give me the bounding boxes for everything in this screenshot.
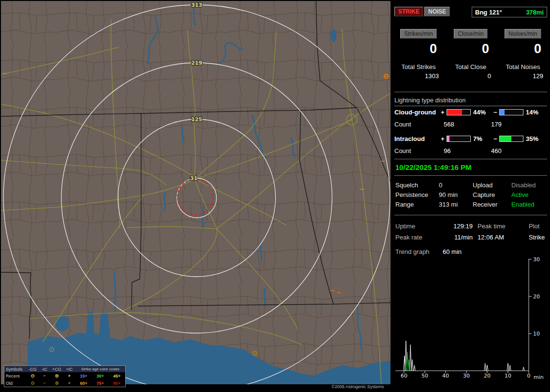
divider (394, 215, 547, 215)
trend-spike (522, 367, 524, 371)
total-strikes-value: 1303 (392, 72, 445, 80)
minus-sign: − (493, 109, 499, 116)
squelch-value: 0 (439, 182, 473, 189)
x-tick: 10 (505, 373, 511, 379)
cg-positive-bar (447, 109, 471, 115)
x-tick: 0 (527, 373, 531, 379)
trend-spike (486, 365, 488, 371)
range-ring-label: 219 (191, 60, 203, 66)
neg-cg-icon: ⊖ (27, 381, 39, 386)
current-datetime: 10/22/2025 1:49:16 PM (395, 163, 472, 171)
status-panel: STRIKE NOISE Bng 121° 378mi Strikes/min … (391, 0, 550, 392)
minus-sign: − (493, 135, 499, 142)
squelch-label: Squelch (395, 182, 439, 189)
close-per-min-value: 0 (445, 42, 497, 56)
peak-rate-value: 11/min (437, 234, 478, 241)
cloud-ground-label: Cloud-ground (394, 109, 441, 116)
trend-spike (414, 365, 416, 371)
legend-header-symbols: Symbols (4, 367, 27, 372)
intracloud-label: Intracloud (394, 135, 441, 142)
lightning-map[interactable]: 313 219 125 31 ©2005 Astrogenic Systems … (1, 1, 391, 391)
capture-label: Capture (473, 191, 511, 198)
ic-positive-bar (447, 136, 471, 142)
neg-ic-icon: − (39, 374, 50, 378)
peak-rate-label: Peak rate (395, 234, 437, 241)
x-tick: 40 (442, 373, 449, 379)
legend-header-neg-ic: -IC (39, 367, 50, 372)
upload-status: Disabled (511, 182, 549, 189)
trend-spike (410, 345, 412, 371)
cg-positive-pct: 44% (471, 109, 493, 116)
legend-header-pos-cg: +CG (50, 367, 63, 372)
persistence-value: 90 min (439, 191, 473, 198)
divider (394, 159, 547, 159)
noises-per-min-button[interactable]: Noises/min (505, 29, 541, 39)
neg-cg-icon: ⊖ (27, 374, 39, 378)
nexstorm-window: 313 219 125 31 ©2005 Astrogenic Systems … (0, 0, 550, 392)
x-tick: 20 (484, 373, 491, 379)
total-noises-value: 129 (497, 72, 549, 80)
total-close-label: Total Close (445, 63, 497, 70)
pos-ic-icon: + (63, 374, 75, 378)
range-label: Range (395, 201, 439, 208)
divider (394, 175, 547, 176)
cg-positive-bar-fill (447, 110, 462, 115)
trend-window-value: 60 min (443, 248, 462, 255)
ic-positive-pct: 7% (471, 135, 493, 142)
x-unit-label: min (534, 374, 544, 380)
cg-negative-count: 179 (491, 121, 502, 128)
trend-spike (484, 364, 486, 371)
ic-negative-pct: 35% (523, 135, 546, 142)
peak-time-value: 12:06 AM (478, 234, 529, 241)
range-ring-label: 31 (190, 175, 197, 182)
plus-sign: + (441, 109, 447, 116)
distribution-title: Lightning type distribution (394, 97, 547, 106)
strikes-per-min-value: 0 (392, 42, 445, 56)
divider (394, 92, 547, 92)
trend-graph-label: Trend graph (395, 248, 443, 255)
pos-cg-icon: ⊕ (50, 374, 63, 378)
legend-age-title: Strike age color codes (75, 367, 125, 371)
range-value: 313 mi (439, 201, 473, 208)
persistence-label: Persistence (395, 191, 439, 198)
cg-negative-bar (499, 109, 523, 115)
y-tick: 10 (533, 331, 540, 337)
total-strikes-label: Total Strikes (392, 63, 445, 70)
age-75: 75+ (92, 381, 108, 386)
trend-axes (395, 259, 529, 371)
ic-negative-bar-fill (500, 136, 511, 141)
strike-legend: Symbols -CG -IC +CG +IC Strike age color… (4, 365, 126, 387)
range-ring-label: 125 (191, 116, 203, 123)
peak-time-label: Peak time (478, 223, 529, 230)
total-noises-label: Total Noises (497, 63, 549, 70)
upload-label: Upload (473, 182, 511, 189)
cg-negative-pct: 14% (523, 109, 546, 116)
neg-ic-icon: − (39, 381, 50, 386)
strike-mode-button[interactable]: STRIKE (394, 7, 423, 16)
strikes-per-min-button[interactable]: Strikes/min (400, 29, 436, 39)
age-30: 30+ (92, 374, 108, 378)
range-ring-label: 313 (191, 2, 203, 8)
plot-value: Strike (529, 234, 549, 241)
uptime-label: Uptime (395, 223, 437, 230)
y-tick: 20 (533, 294, 540, 300)
ic-negative-bar (499, 136, 523, 142)
x-tick: 60 (401, 373, 407, 379)
noise-mode-button[interactable]: NOISE (424, 7, 450, 16)
age-60: 60+ (75, 381, 92, 386)
bearing-range-value: 378mi (526, 9, 544, 16)
pos-cg-icon: ⊕ (50, 381, 63, 386)
close-per-min-button[interactable]: Close/min (454, 29, 487, 39)
cg-negative-bar-fill (500, 110, 505, 115)
bearing-display: Bng 121° 378mi (472, 7, 547, 17)
y-tick: 30 (533, 256, 540, 263)
age-45: 45+ (109, 374, 125, 378)
age-15: 15+ (75, 374, 92, 378)
legend-header-pos-ic: +IC (63, 367, 75, 372)
x-tick: 50 (421, 373, 428, 379)
trend-spike (411, 360, 413, 371)
pos-ic-icon: + (63, 381, 75, 386)
noises-per-min-value: 0 (497, 42, 549, 56)
ic-positive-bar-fill (447, 136, 449, 141)
cg-positive-count: 568 (444, 121, 491, 128)
